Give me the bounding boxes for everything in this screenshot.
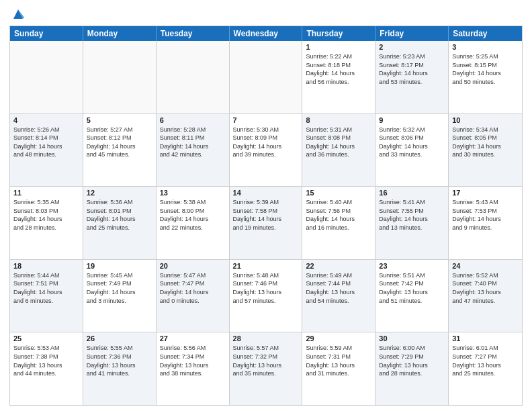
calendar-cell: [10, 41, 83, 113]
cell-info: Sunrise: 5:35 AMSunset: 8:03 PMDaylight:…: [13, 198, 79, 232]
cell-info: Sunrise: 5:48 AMSunset: 7:46 PMDaylight:…: [233, 271, 299, 305]
day-number: 18: [13, 262, 79, 270]
day-number: 22: [306, 262, 371, 270]
calendar-cell: 10Sunrise: 5:34 AMSunset: 8:05 PMDayligh…: [449, 114, 522, 187]
calendar-cell: 14Sunrise: 5:39 AMSunset: 7:58 PMDayligh…: [230, 187, 303, 259]
calendar-cell: 9Sunrise: 5:32 AMSunset: 8:06 PMDaylight…: [375, 114, 449, 187]
cell-info: Sunrise: 5:39 AMSunset: 7:58 PMDaylight:…: [233, 198, 299, 232]
cell-info: Sunrise: 6:00 AMSunset: 7:29 PMDaylight:…: [379, 344, 445, 377]
cell-info: Sunrise: 5:49 AMSunset: 7:44 PMDaylight:…: [306, 271, 371, 305]
day-number: 14: [233, 189, 299, 197]
cell-info: Sunrise: 6:01 AMSunset: 7:27 PMDaylight:…: [452, 344, 519, 377]
cell-info: Sunrise: 5:40 AMSunset: 7:56 PMDaylight:…: [306, 198, 371, 232]
day-number: 19: [87, 262, 152, 270]
logo: [9, 7, 26, 21]
day-number: 17: [452, 189, 519, 197]
day-number: 27: [160, 334, 226, 342]
calendar-header-day: Thursday: [302, 26, 375, 41]
day-number: 21: [233, 262, 299, 270]
calendar-cell: 30Sunrise: 6:00 AMSunset: 7:29 PMDayligh…: [375, 332, 449, 405]
calendar-cell: 3Sunrise: 5:25 AMSunset: 8:15 PMDaylight…: [449, 41, 522, 113]
day-number: 29: [306, 334, 371, 342]
calendar-cell: 25Sunrise: 5:53 AMSunset: 7:38 PMDayligh…: [10, 332, 83, 405]
day-number: 12: [87, 189, 152, 197]
calendar-cell: 29Sunrise: 5:59 AMSunset: 7:31 PMDayligh…: [302, 332, 375, 405]
calendar-cell: 2Sunrise: 5:23 AMSunset: 8:17 PMDaylight…: [375, 41, 449, 113]
day-number: 13: [160, 189, 226, 197]
cell-info: Sunrise: 5:51 AMSunset: 7:42 PMDaylight:…: [379, 271, 445, 305]
calendar-cell: 12Sunrise: 5:36 AMSunset: 8:01 PMDayligh…: [83, 187, 157, 259]
calendar-row: 11Sunrise: 5:35 AMSunset: 8:03 PMDayligh…: [10, 186, 522, 259]
day-number: 26: [87, 334, 152, 342]
day-number: 3: [452, 43, 519, 51]
cell-info: Sunrise: 5:27 AMSunset: 8:12 PMDaylight:…: [87, 126, 152, 159]
calendar-header-day: Sunday: [10, 26, 83, 41]
calendar-cell: 6Sunrise: 5:28 AMSunset: 8:11 PMDaylight…: [157, 114, 230, 187]
calendar-cell: 17Sunrise: 5:43 AMSunset: 7:53 PMDayligh…: [449, 187, 522, 259]
cell-info: Sunrise: 5:23 AMSunset: 8:17 PMDaylight:…: [379, 52, 445, 86]
calendar-cell: 7Sunrise: 5:30 AMSunset: 8:09 PMDaylight…: [230, 114, 303, 187]
cell-info: Sunrise: 5:41 AMSunset: 7:55 PMDaylight:…: [379, 198, 445, 232]
cell-info: Sunrise: 5:52 AMSunset: 7:40 PMDaylight:…: [452, 271, 519, 305]
calendar-cell: 21Sunrise: 5:48 AMSunset: 7:46 PMDayligh…: [230, 260, 303, 332]
day-number: 31: [452, 334, 519, 342]
calendar-cell: 18Sunrise: 5:44 AMSunset: 7:51 PMDayligh…: [10, 260, 83, 332]
calendar-cell: 24Sunrise: 5:52 AMSunset: 7:40 PMDayligh…: [449, 260, 522, 332]
calendar-cell: 15Sunrise: 5:40 AMSunset: 7:56 PMDayligh…: [302, 187, 375, 259]
cell-info: Sunrise: 5:31 AMSunset: 8:08 PMDaylight:…: [306, 126, 371, 159]
cell-info: Sunrise: 5:22 AMSunset: 8:18 PMDaylight:…: [306, 52, 371, 86]
calendar-cell: 23Sunrise: 5:51 AMSunset: 7:42 PMDayligh…: [375, 260, 449, 332]
cell-info: Sunrise: 5:32 AMSunset: 8:06 PMDaylight:…: [379, 126, 445, 159]
calendar-cell: 11Sunrise: 5:35 AMSunset: 8:03 PMDayligh…: [10, 187, 83, 259]
calendar-cell: 1Sunrise: 5:22 AMSunset: 8:18 PMDaylight…: [302, 41, 375, 113]
calendar: SundayMondayTuesdayWednesdayThursdayFrid…: [9, 26, 523, 406]
day-number: 24: [452, 262, 519, 270]
calendar-row: 4Sunrise: 5:26 AMSunset: 8:14 PMDaylight…: [10, 113, 522, 187]
calendar-cell: 27Sunrise: 5:56 AMSunset: 7:34 PMDayligh…: [157, 332, 230, 405]
calendar-header-day: Saturday: [449, 26, 522, 41]
cell-info: Sunrise: 5:43 AMSunset: 7:53 PMDaylight:…: [452, 198, 519, 232]
calendar-cell: 31Sunrise: 6:01 AMSunset: 7:27 PMDayligh…: [449, 332, 522, 405]
calendar-cell: [230, 41, 303, 113]
cell-info: Sunrise: 5:26 AMSunset: 8:14 PMDaylight:…: [13, 126, 79, 159]
calendar-cell: 19Sunrise: 5:45 AMSunset: 7:49 PMDayligh…: [83, 260, 157, 332]
calendar-cell: 22Sunrise: 5:49 AMSunset: 7:44 PMDayligh…: [302, 260, 375, 332]
cell-info: Sunrise: 5:28 AMSunset: 8:11 PMDaylight:…: [160, 126, 226, 159]
cell-info: Sunrise: 5:55 AMSunset: 7:36 PMDaylight:…: [87, 344, 152, 377]
day-number: 4: [13, 116, 79, 124]
calendar-cell: 20Sunrise: 5:47 AMSunset: 7:47 PMDayligh…: [157, 260, 230, 332]
day-number: 6: [160, 116, 226, 124]
calendar-row: 1Sunrise: 5:22 AMSunset: 8:18 PMDaylight…: [10, 41, 522, 113]
day-number: 30: [379, 334, 445, 342]
calendar-header-day: Friday: [375, 26, 449, 41]
day-number: 7: [233, 116, 299, 124]
header: [9, 7, 523, 21]
day-number: 8: [306, 116, 371, 124]
day-number: 15: [306, 189, 371, 197]
calendar-cell: 26Sunrise: 5:55 AMSunset: 7:36 PMDayligh…: [83, 332, 157, 405]
calendar-header-row: SundayMondayTuesdayWednesdayThursdayFrid…: [10, 26, 522, 41]
calendar-header-day: Wednesday: [230, 26, 303, 41]
calendar-header-day: Tuesday: [157, 26, 230, 41]
cell-info: Sunrise: 5:36 AMSunset: 8:01 PMDaylight:…: [87, 198, 152, 232]
cell-info: Sunrise: 5:45 AMSunset: 7:49 PMDaylight:…: [87, 271, 152, 305]
day-number: 10: [452, 116, 519, 124]
day-number: 23: [379, 262, 445, 270]
day-number: 5: [87, 116, 152, 124]
cell-info: Sunrise: 5:25 AMSunset: 8:15 PMDaylight:…: [452, 52, 519, 86]
day-number: 20: [160, 262, 226, 270]
cell-info: Sunrise: 5:38 AMSunset: 8:00 PMDaylight:…: [160, 198, 226, 232]
calendar-cell: [83, 41, 157, 113]
cell-info: Sunrise: 5:30 AMSunset: 8:09 PMDaylight:…: [233, 126, 299, 159]
calendar-body: 1Sunrise: 5:22 AMSunset: 8:18 PMDaylight…: [10, 41, 522, 405]
calendar-cell: 4Sunrise: 5:26 AMSunset: 8:14 PMDaylight…: [10, 114, 83, 187]
calendar-header-day: Monday: [83, 26, 157, 41]
calendar-cell: 5Sunrise: 5:27 AMSunset: 8:12 PMDaylight…: [83, 114, 157, 187]
calendar-cell: 16Sunrise: 5:41 AMSunset: 7:55 PMDayligh…: [375, 187, 449, 259]
cell-info: Sunrise: 5:44 AMSunset: 7:51 PMDaylight:…: [13, 271, 79, 305]
calendar-cell: 8Sunrise: 5:31 AMSunset: 8:08 PMDaylight…: [302, 114, 375, 187]
calendar-cell: 13Sunrise: 5:38 AMSunset: 8:00 PMDayligh…: [157, 187, 230, 259]
cell-info: Sunrise: 5:56 AMSunset: 7:34 PMDaylight:…: [160, 344, 226, 377]
calendar-row: 25Sunrise: 5:53 AMSunset: 7:38 PMDayligh…: [10, 332, 522, 405]
logo-icon: [11, 7, 26, 21]
